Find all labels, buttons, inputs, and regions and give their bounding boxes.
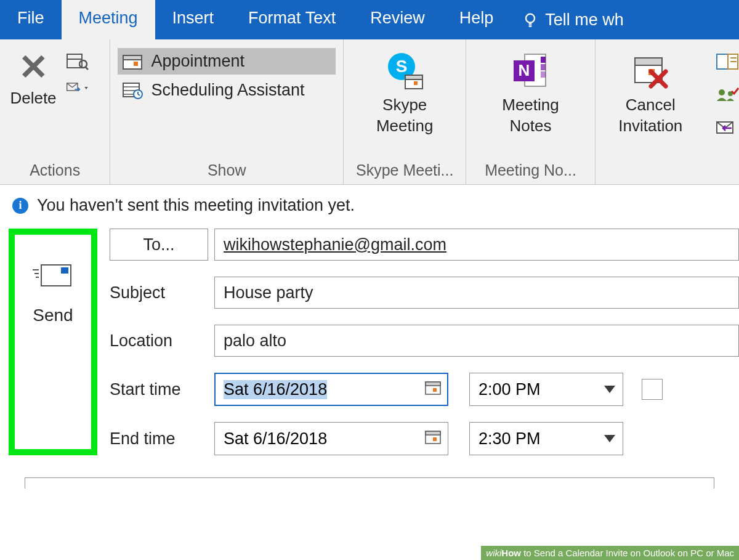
send-label: Send [33,306,73,325]
svg-rect-44 [426,382,440,386]
chevron-down-icon [604,386,615,393]
end-time-picker[interactable]: 2:30 PM [469,422,623,455]
tell-me-search[interactable]: Tell me wh [511,0,624,39]
ribbon-group-extra [706,39,739,184]
svg-text:S: S [396,57,408,76]
ribbon-group-actions: ✕ Delete Actions [0,39,110,184]
tab-meeting[interactable]: Meeting [62,0,155,39]
info-bar: i You haven't sent this meeting invitati… [0,185,739,220]
svg-point-0 [526,14,535,23]
meeting-form: Send To... wikihowstephanie@gmail.com Su… [0,220,739,455]
meeting-body-input[interactable] [25,477,714,489]
end-date-picker[interactable]: Sat 6/16/2018 [214,422,448,455]
svg-rect-9 [134,62,138,66]
delete-button[interactable]: ✕ Delete [2,47,64,110]
tab-file[interactable]: File [0,0,62,39]
svg-rect-21 [414,81,418,85]
start-time-value: 2:00 PM [479,380,541,399]
address-book-icon[interactable] [716,53,739,73]
svg-rect-23 [541,57,546,63]
calendar-trigger-icon[interactable] [424,429,442,449]
scheduling-label: Scheduling Assistant [151,81,304,100]
svg-line-4 [86,67,88,70]
start-date-value: Sat 6/16/2018 [224,380,327,399]
end-date-value: Sat 6/16/2018 [224,429,327,448]
cancel-calendar-icon [629,47,672,95]
calendar-trigger-icon[interactable] [424,379,442,400]
appointment-label: Appointment [151,52,244,71]
skype-icon: S [383,47,426,95]
end-time-row: End time Sat 6/16/2018 2:30 PM [110,422,739,455]
response-options-icon[interactable] [716,120,739,139]
send-button[interactable]: Send [15,235,91,352]
svg-rect-8 [123,55,142,60]
send-envelope-icon [31,262,75,292]
check-names-icon[interactable] [716,86,739,106]
scheduling-icon [123,82,143,99]
ribbon-group-show: Appointment Scheduling Assistant Show [110,39,344,184]
svg-rect-20 [405,75,422,79]
location-row: Location palo alto [110,325,739,357]
start-time-row: Start time Sat 6/16/2018 2:00 PM [110,373,739,406]
svg-rect-31 [717,54,728,69]
cancel-invitation-button[interactable]: Cancel Invitation [596,44,706,158]
to-input[interactable]: wikihowstephanie@gmail.com [214,229,739,261]
start-time-picker[interactable]: 2:00 PM [469,373,623,406]
start-time-label: Start time [110,380,214,399]
onenote-icon: N [509,47,552,95]
subject-label: Subject [110,283,214,302]
end-time-label: End time [110,429,214,448]
watermark: wikiHow to Send a Calendar Invite on Out… [481,546,739,560]
to-row: To... wikihowstephanie@gmail.com [110,229,739,261]
forward-icon[interactable] [67,79,89,97]
svg-point-3 [79,60,87,68]
group-label-skype: Skype Meeti... [344,158,466,184]
tell-me-label: Tell me wh [545,10,624,30]
all-day-checkbox[interactable] [642,379,663,400]
notes-label: Meeting Notes [502,95,559,137]
location-input[interactable]: palo alto [214,325,739,357]
subject-input[interactable]: House party [214,277,739,309]
group-label-notes: Meeting No... [466,158,594,184]
calendar-appointment-icon [123,53,143,70]
info-icon: i [12,198,28,214]
svg-rect-25 [541,71,546,78]
svg-rect-48 [433,437,437,441]
info-text: You haven't sent this meeting invitation… [37,196,355,215]
skype-meeting-button[interactable]: S Skype Meeting [344,44,466,158]
svg-text:N: N [519,61,530,79]
ribbon-group-notes: N Meeting Notes Meeting No... [466,39,595,184]
svg-marker-6 [84,87,87,89]
ribbon-group-skype: S Skype Meeting Skype Meeti... [344,39,466,184]
start-date-picker[interactable]: Sat 6/16/2018 [214,373,448,406]
subject-row: Subject House party [110,277,739,309]
appointment-button[interactable]: Appointment [118,48,336,75]
group-label-actions: Actions [0,158,110,184]
ribbon-tabs: File Meeting Insert Format Text Review H… [0,0,739,39]
send-highlight: Send [9,229,97,455]
location-label: Location [110,331,214,351]
scheduling-assistant-button[interactable]: Scheduling Assistant [118,77,336,103]
ribbon: ✕ Delete Actions Appointment [0,39,739,185]
chevron-down-icon [604,435,615,442]
calendar-search-icon[interactable] [67,52,89,70]
group-label-show: Show [110,158,343,184]
delete-x-icon: ✕ [18,49,49,85]
lightbulb-icon [522,11,539,28]
svg-rect-42 [61,267,68,274]
meeting-notes-button[interactable]: N Meeting Notes [466,44,594,158]
tab-review[interactable]: Review [353,0,442,39]
delete-label: Delete [10,89,56,108]
tab-insert[interactable]: Insert [155,0,232,39]
end-time-value: 2:30 PM [479,429,541,448]
ribbon-group-cancel: Cancel Invitation [596,39,706,184]
svg-rect-47 [426,431,440,435]
tab-help[interactable]: Help [442,0,511,39]
svg-rect-24 [541,64,546,70]
svg-point-35 [719,89,725,95]
cancel-label: Cancel Invitation [618,95,682,137]
skype-label: Skype Meeting [376,95,434,137]
svg-rect-29 [635,58,662,65]
to-button[interactable]: To... [110,229,208,261]
tab-format-text[interactable]: Format Text [231,0,353,39]
